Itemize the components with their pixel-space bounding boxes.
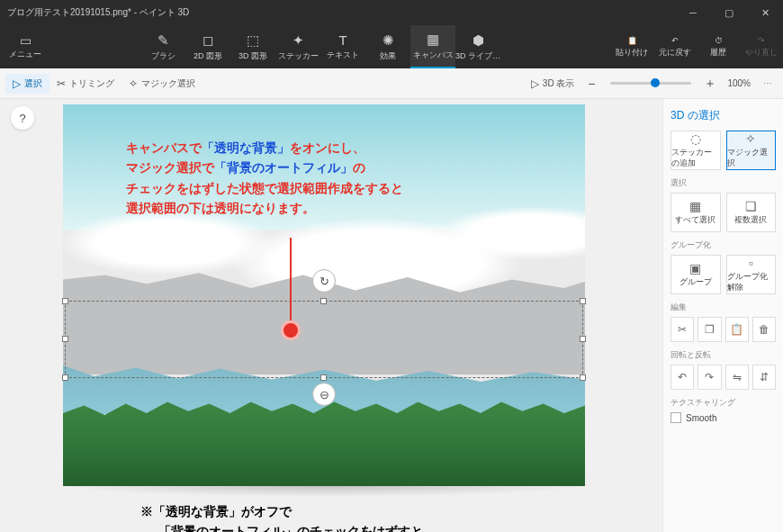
panel-title: 3D の選択 [670,106,776,131]
paste-button-side[interactable]: 📋 [725,317,749,342]
flip-v-button[interactable]: ⇵ [752,365,776,390]
tool-canvas[interactable]: ▦キャンバス [410,25,455,68]
shapes-3d-icon: ⬚ [247,32,259,49]
multi-select-card[interactable]: ❏複数選択 [726,193,777,232]
minimize-button[interactable]: ─ [675,0,711,25]
history-button[interactable]: ⏱履歴 [697,25,740,68]
ribbon-toolbar: ▭ メニュー ✎ブラシ ◻2D 図形 ⬚3D 図形 ✦ステッカー Tテキスト ✺… [0,25,783,68]
section-edit: 編集 [670,302,776,313]
side-panel: 3D の選択 ◌ステッカーの追加 ✧マジック選択 選択 ▦すべて選択 ❏複数選択… [662,99,783,532]
menu-button[interactable]: ▭ メニュー [0,25,50,68]
rotate-handle-bottom[interactable]: ⊖ [312,383,336,406]
multi-select-icon: ❏ [745,199,757,213]
effects-icon: ✺ [382,32,394,49]
rotate-handle-top[interactable]: ↻ [312,269,336,293]
add-sticker-card[interactable]: ◌ステッカーの追加 [670,131,721,170]
annotation-2: ※「透明な背景」がオフで 「背景のオートフィル」のチェックをはずすと 選択範囲の… [140,502,423,532]
sticker-add-icon: ◌ [690,131,701,146]
flip-h-button[interactable]: ⇋ [725,365,749,390]
help-button[interactable]: ? [11,106,34,130]
checkbox-icon [670,412,681,423]
zoom-slider[interactable] [610,82,691,85]
tool-text[interactable]: Tテキスト [320,25,365,68]
delete-button[interactable]: 🗑 [752,317,776,342]
selection-handle[interactable] [62,298,68,304]
text-icon: T [338,32,346,48]
selection-handle[interactable] [580,374,586,381]
window-title: ブログ用テスト20191015.png* - ペイント 3D [7,6,189,19]
menu-icon: ▭ [20,34,32,47]
selection-handle[interactable] [320,298,327,304]
zoom-out-button[interactable]: − [581,74,601,94]
section-rotate-flip: 回転と反転 [670,349,776,361]
brush-icon: ✎ [158,32,169,49]
section-group: グループ化 [670,239,776,251]
section-texturing: テクスチャリング [670,397,776,409]
close-button[interactable]: ✕ [747,0,783,25]
paste-button[interactable]: 📋貼り付け [610,25,653,68]
undo-icon: ↶ [671,36,679,45]
selection-handle[interactable] [62,374,68,381]
ungroup-card[interactable]: ▫グループ化解除 [726,255,777,294]
section-select: 選択 [670,177,776,189]
magic-wand-icon: ✧ [745,131,756,146]
annotation-line [290,238,292,326]
tool-stickers[interactable]: ✦ステッカー [275,25,320,68]
redo-button[interactable]: ↷やり直し [740,25,783,68]
play-icon: ▷ [531,77,539,90]
zoom-in-button[interactable]: ＋ [700,74,720,94]
canvas-icon: ▦ [427,32,439,48]
undo-button[interactable]: ↶元に戻す [653,25,697,68]
canvas-area[interactable]: ? ⟳ ⟲ ↻ [0,99,662,532]
annotation-dot [281,320,301,340]
smooth-checkbox[interactable]: Smooth [670,412,776,423]
3d-view-toggle[interactable]: ▷3D 表示 [524,74,582,94]
copy-button[interactable]: ❐ [698,317,721,342]
select-tool[interactable]: ▷選択 [5,74,50,94]
selection-handle[interactable] [62,336,68,342]
sticker-icon: ✦ [292,32,304,49]
titlebar: ブログ用テスト20191015.png* - ペイント 3D ─ ▢ ✕ [0,0,783,25]
shapes-2d-icon: ◻ [202,32,213,49]
tool-3d-library[interactable]: ⬢3D ライブ… [455,25,500,68]
tool-effects[interactable]: ✺効果 [365,25,410,68]
selection-handle[interactable] [580,298,586,304]
cut-button[interactable]: ✂ [670,317,694,342]
group-card[interactable]: ▣グループ [670,255,721,294]
zoom-level: 100% [727,78,751,88]
pointer-icon: ▷ [13,77,21,90]
select-all-icon: ▦ [689,199,701,213]
tool-brush[interactable]: ✎ブラシ [140,25,185,68]
redo-icon: ↷ [758,36,765,45]
crop-tool[interactable]: ✂トリミング [50,74,122,94]
crop-icon: ✂ [57,77,66,90]
annotation-1: キャンバスで「透明な背景」をオンにし、 マジック選択で「背景のオートフィル」の … [126,139,403,219]
group-icon: ▣ [689,261,701,275]
library-3d-icon: ⬢ [472,32,484,49]
paste-icon: 📋 [627,36,637,45]
magic-select-tool[interactable]: ✧マジック選択 [122,74,202,94]
zoom-slider-thumb[interactable] [651,78,660,87]
tool-3d-shapes[interactable]: ⬚3D 図形 [230,25,275,68]
magic-select-card[interactable]: ✧マジック選択 [726,131,777,170]
selection-box[interactable]: ↻ ⊖ [65,301,583,378]
rotate-right-button[interactable]: ↷ [698,365,721,390]
tool-2d-shapes[interactable]: ◻2D 図形 [185,25,230,68]
more-icon[interactable]: ⋯ [763,78,772,88]
sub-toolbar: ▷選択 ✂トリミング ✧マジック選択 ▷3D 表示 − ＋ 100% ⋯ [0,68,783,99]
history-icon: ⏱ [715,36,723,45]
rotate-left-button[interactable]: ↶ [670,365,694,390]
selection-handle[interactable] [320,374,327,381]
magic-select-icon: ✧ [129,77,138,90]
maximize-button[interactable]: ▢ [711,0,747,25]
selection-handle[interactable] [580,336,586,342]
ungroup-icon: ▫ [749,256,753,270]
select-all-card[interactable]: ▦すべて選択 [670,193,721,232]
